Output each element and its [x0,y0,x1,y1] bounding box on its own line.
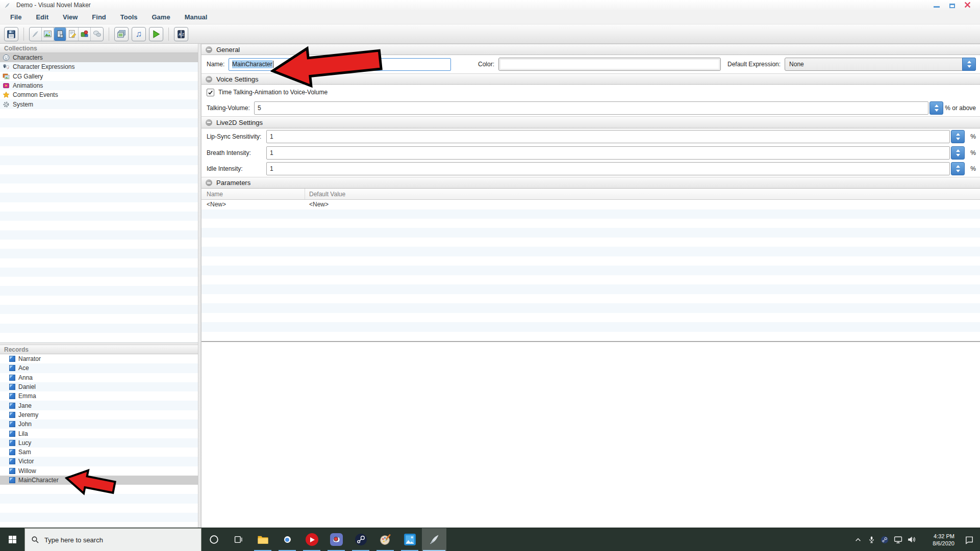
record-item-willow[interactable]: Willow [0,466,198,476]
lip-sync-spinner[interactable] [951,130,965,143]
collection-item-system[interactable]: System [0,99,198,109]
breath-intensity-spinner[interactable] [951,146,965,160]
collapse-icon[interactable] [206,76,212,83]
taskbar-app-paint[interactable] [373,528,397,551]
collection-item-cg-gallery[interactable]: CG Gallery [0,72,198,81]
idle-intensity-row: Idle Intensity: 1 % [202,161,980,177]
collection-item-common-events[interactable]: Common Events [0,90,198,99]
task-view-button[interactable] [226,528,250,551]
record-item-narrator[interactable]: Narrator [0,354,198,363]
message-bubbles-icon[interactable] [91,28,103,41]
section-live2d-settings[interactable]: Live2D Settings [202,116,980,128]
menu-find[interactable]: Find [85,12,113,22]
taskbar-search-input[interactable]: Type here to search [24,528,202,551]
collection-item-characters[interactable]: Characters [0,53,198,62]
action-center-icon [965,535,974,544]
character-database-icon[interactable] [54,28,66,41]
parameter-new-row[interactable]: <New> <New> [202,200,980,209]
column-header-name[interactable]: Name [202,189,305,199]
taskbar-app-file-explorer[interactable] [250,528,275,551]
action-center-button[interactable] [959,528,980,551]
talking-volume-input[interactable]: 5 [254,101,928,115]
name-input[interactable]: MainCharacter [229,58,451,71]
taskbar-app-visual-novel-maker[interactable] [422,528,446,551]
menu-game[interactable]: Game [145,12,178,22]
play-test-icon[interactable] [149,27,163,41]
menu-manual[interactable]: Manual [178,12,215,22]
record-item-victor[interactable]: Victor [0,457,198,466]
time-talking-checkbox[interactable] [207,89,214,96]
collapse-icon[interactable] [206,119,212,126]
record-item-lila[interactable]: Lila [0,429,198,438]
section-general[interactable]: General [202,44,980,55]
image-icon[interactable] [42,28,54,41]
record-item-emma[interactable]: Emma [0,391,198,401]
dictionary-book-icon[interactable]: AZ [174,27,188,41]
breath-intensity-row: Breath Intensity: 1 % [202,145,980,161]
taskbar-app-photos[interactable] [397,528,422,551]
lip-sync-input[interactable]: 1 [266,130,950,143]
record-label: Sam [18,449,31,456]
record-cube-icon [9,440,15,446]
record-item-jeremy[interactable]: Jeremy [0,410,198,419]
collapse-icon[interactable] [206,179,212,186]
network-monitor-icon[interactable] [891,528,904,551]
record-cube-icon [9,365,15,371]
chrome-icon [281,533,294,546]
dropdown-spinner-icon[interactable] [962,58,976,71]
menu-edit[interactable]: Edit [29,12,56,22]
record-item-maincharacter[interactable]: MainCharacter [0,476,198,485]
plugins-icon[interactable] [79,28,91,41]
taskbar-app-steam[interactable] [348,528,373,551]
collapse-icon[interactable] [206,46,212,53]
quill-pen-icon[interactable] [30,28,42,41]
breath-intensity-input[interactable]: 1 [266,146,950,160]
save-icon[interactable] [4,27,18,41]
taskbar-app-chrome[interactable] [275,528,299,551]
steam-tray-icon[interactable] [878,528,891,551]
microphone-icon[interactable] [865,528,878,551]
record-label: Ace [18,364,29,372]
menu-tools[interactable]: Tools [113,12,145,22]
music-icon[interactable]: ♫ [132,27,146,41]
close-icon[interactable] [964,2,971,8]
record-item-sam[interactable]: Sam [0,448,198,457]
idle-intensity-input[interactable]: 1 [266,162,950,175]
default-expression-dropdown[interactable]: None [785,58,976,71]
collection-item-animations[interactable]: Animations [0,81,198,90]
color-picker-field[interactable] [498,58,721,71]
menu-file[interactable]: File [3,12,29,22]
parameter-name-cell[interactable]: <New> [202,201,305,208]
taskbar-app-youtube[interactable] [299,528,324,551]
taskbar-app-discord[interactable] [324,528,348,551]
vertical-splitter[interactable] [198,44,202,528]
file-explorer-icon [257,533,269,546]
character-editor: General Name: MainCharacter Color: Defau… [202,44,980,528]
idle-intensity-spinner[interactable] [951,162,965,175]
record-cube-icon [9,356,15,362]
record-item-jane[interactable]: Jane [0,401,198,410]
talking-volume-spinner[interactable] [929,101,943,115]
talking-volume-suffix: % or above [943,104,976,112]
scene-layers-icon[interactable] [114,27,129,41]
record-item-daniel[interactable]: Daniel [0,382,198,391]
script-edit-icon[interactable] [66,28,79,41]
cortana-button[interactable] [202,528,226,551]
volume-icon[interactable] [904,528,918,551]
column-header-default-value[interactable]: Default Value [305,191,345,198]
record-item-lucy[interactable]: Lucy [0,438,198,448]
parameter-value-cell[interactable]: <New> [305,201,329,208]
record-item-john[interactable]: John [0,419,198,429]
record-item-ace[interactable]: Ace [0,363,198,373]
collection-item-character-expressions[interactable]: Character Expressions [0,62,198,71]
start-button[interactable] [0,528,24,551]
section-parameters[interactable]: Parameters [202,177,980,189]
record-item-anna[interactable]: Anna [0,373,198,382]
taskbar-clock[interactable]: 4:32 PM 8/6/2020 [921,533,954,547]
collection-label: System [13,101,33,108]
menu-view[interactable]: View [56,12,85,22]
maximize-icon[interactable] [948,2,956,8]
tray-chevron-icon[interactable] [851,528,865,551]
section-voice-settings[interactable]: Voice Settings [202,73,980,85]
minimize-icon[interactable] [933,2,940,8]
